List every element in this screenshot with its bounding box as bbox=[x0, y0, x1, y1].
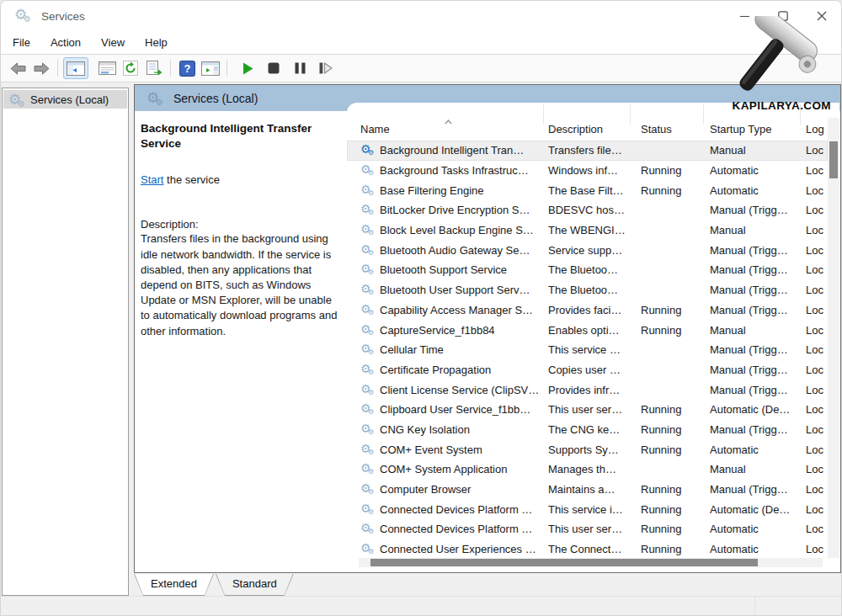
table-row[interactable]: ⚙⚙ Bluetooth Support Service The Bluetoo… bbox=[347, 260, 828, 280]
cell-startup-type: Automatic (De… bbox=[703, 503, 800, 516]
service-name: Block Level Backup Engine S… bbox=[380, 224, 534, 236]
vertical-scrollbar-thumb[interactable] bbox=[829, 141, 838, 178]
console-tree-icon bbox=[67, 61, 85, 76]
cell-log-on-as: Loc bbox=[800, 304, 828, 316]
cell-startup-type: Manual bbox=[703, 144, 800, 157]
tab-extended[interactable]: Extended bbox=[134, 574, 214, 596]
table-row[interactable]: ⚙⚙ COM+ Event System Supports Sy… Runnin… bbox=[347, 439, 828, 459]
service-gear-icon: ⚙⚙ bbox=[360, 542, 376, 556]
forward-button[interactable] bbox=[30, 57, 52, 79]
column-header-name[interactable]: Name bbox=[360, 123, 543, 135]
table-row[interactable]: ⚙⚙ Cellular Time This service … Manual (… bbox=[347, 340, 828, 360]
table-row[interactable]: ⚙⚙ Base Filtering Engine The Base Filt… … bbox=[347, 180, 828, 200]
tab-standard[interactable]: Standard bbox=[216, 574, 294, 596]
show-action-pane-button[interactable] bbox=[200, 57, 221, 79]
column-header-description[interactable]: Description bbox=[543, 123, 630, 135]
column-header-startup-type[interactable]: Startup Type bbox=[703, 123, 800, 135]
column-divider[interactable] bbox=[543, 104, 544, 125]
table-row[interactable]: ⚙⚙ Client License Service (ClipSV… Provi… bbox=[347, 380, 828, 400]
action-pane-icon bbox=[201, 61, 220, 76]
horizontal-scrollbar-thumb[interactable] bbox=[370, 559, 758, 566]
cell-name: ⚙⚙ Cellular Time bbox=[360, 343, 543, 357]
maximize-button[interactable] bbox=[764, 1, 802, 31]
column-divider[interactable] bbox=[703, 104, 704, 125]
tree-item-services-local[interactable]: ⚙ ⚙ Services (Local) bbox=[3, 90, 127, 109]
menu-action[interactable]: Action bbox=[51, 36, 81, 49]
close-button[interactable] bbox=[802, 1, 841, 31]
cell-name: ⚙⚙ Base Filtering Engine bbox=[360, 183, 543, 198]
service-name: Cellular Time bbox=[380, 343, 444, 356]
menu-file[interactable]: File bbox=[13, 36, 30, 49]
cell-log-on-as: Loc bbox=[800, 384, 828, 396]
table-row[interactable]: ⚙⚙ Background Intelligent Tran… Transfer… bbox=[347, 141, 828, 161]
cell-log-on-as: Loc bbox=[800, 523, 828, 535]
cell-status: Running bbox=[630, 324, 703, 337]
table-row[interactable]: ⚙⚙ CaptureService_f1bb84 Enables opti… R… bbox=[347, 320, 828, 340]
table-row[interactable]: ⚙⚙ Connected User Experiences … The Conn… bbox=[347, 539, 828, 560]
table-row[interactable]: ⚙⚙ Certificate Propagation Copies user …… bbox=[347, 360, 828, 380]
cell-description: The Bluetoo… bbox=[543, 263, 630, 276]
horizontal-scrollbar[interactable] bbox=[359, 558, 823, 567]
services-app-icon: ⚙ ⚙ bbox=[14, 7, 35, 25]
cell-name: ⚙⚙ Background Tasks Infrastruc… bbox=[360, 163, 543, 178]
cell-log-on-as: Loc bbox=[800, 443, 828, 456]
back-button[interactable] bbox=[7, 57, 29, 79]
export-list-button[interactable] bbox=[143, 57, 165, 79]
start-service-button[interactable] bbox=[237, 57, 258, 79]
selected-service-title: Background Intelligent Transfer Service bbox=[141, 121, 338, 151]
start-service-link[interactable]: Start bbox=[141, 173, 163, 186]
menu-view[interactable]: View bbox=[101, 36, 125, 49]
stop-service-button[interactable] bbox=[263, 57, 285, 79]
column-divider[interactable] bbox=[630, 104, 631, 125]
cell-description: Supports Sy… bbox=[543, 443, 630, 456]
cell-description: This user ser… bbox=[543, 523, 630, 535]
menu-help[interactable]: Help bbox=[145, 36, 168, 49]
table-row[interactable]: ⚙⚙ Background Tasks Infrastruc… Windows … bbox=[347, 161, 828, 181]
minimize-button[interactable] bbox=[725, 1, 764, 31]
cell-status: Running bbox=[630, 423, 703, 436]
vertical-scrollbar[interactable] bbox=[828, 118, 839, 558]
cell-name: ⚙⚙ Block Level Backup Engine S… bbox=[360, 223, 543, 237]
cell-startup-type: Manual (Trigg… bbox=[703, 263, 800, 276]
toolbar: ? bbox=[1, 55, 841, 82]
pause-service-button[interactable] bbox=[289, 57, 311, 79]
table-row[interactable]: ⚙⚙ Connected Devices Platform … This ser… bbox=[347, 499, 828, 519]
service-name: Clipboard User Service_f1bb… bbox=[380, 403, 530, 416]
service-name: Bluetooth Audio Gateway Se… bbox=[380, 244, 530, 257]
service-name: COM+ System Application bbox=[380, 463, 507, 475]
svg-text:?: ? bbox=[184, 62, 190, 75]
table-row[interactable]: ⚙⚙ CNG Key Isolation The CNG ke… Running… bbox=[347, 420, 828, 440]
cell-description: The Base Filt… bbox=[543, 184, 630, 197]
table-row[interactable]: ⚙⚙ Block Level Backup Engine S… The WBEN… bbox=[347, 220, 828, 241]
table-row[interactable]: ⚙⚙ Capability Access Manager S… Provides… bbox=[347, 300, 828, 321]
table-row[interactable]: ⚙⚙ Connected Devices Platform … This use… bbox=[347, 519, 828, 539]
service-name: Client License Service (ClipSV… bbox=[380, 384, 539, 396]
cell-log-on-as: Loc bbox=[800, 543, 828, 555]
service-gear-icon: ⚙⚙ bbox=[360, 263, 376, 277]
start-service-line: Start the service bbox=[141, 173, 338, 186]
column-header-status[interactable]: Status bbox=[630, 123, 703, 135]
cell-description: This service … bbox=[543, 343, 630, 356]
cell-startup-type: Automatic bbox=[703, 443, 800, 456]
table-row[interactable]: ⚙⚙ Bluetooth User Support Serv… The Blue… bbox=[347, 280, 828, 300]
help-button[interactable]: ? bbox=[176, 57, 198, 79]
refresh-button[interactable] bbox=[120, 57, 141, 79]
cell-log-on-as: Loc bbox=[800, 503, 828, 516]
cell-name: ⚙⚙ Background Intelligent Tran… bbox=[360, 143, 543, 157]
properties-button[interactable] bbox=[96, 57, 118, 79]
service-gear-icon: ⚙⚙ bbox=[360, 203, 376, 217]
table-row[interactable]: ⚙⚙ Computer Browser Maintains a… Running… bbox=[347, 480, 828, 500]
cell-description: Manages th… bbox=[543, 463, 630, 475]
table-row[interactable]: ⚙⚙ BitLocker Drive Encryption S… BDESVC … bbox=[347, 200, 828, 220]
cell-status: Running bbox=[630, 503, 703, 516]
table-row[interactable]: ⚙⚙ Clipboard User Service_f1bb… This use… bbox=[347, 400, 828, 420]
restart-service-button[interactable] bbox=[315, 57, 337, 79]
table-row[interactable]: ⚙⚙ Bluetooth Audio Gateway Se… Service s… bbox=[347, 240, 828, 260]
service-gear-icon: ⚙⚙ bbox=[360, 343, 376, 357]
toolbar-separator bbox=[226, 60, 227, 77]
service-gear-icon: ⚙⚙ bbox=[360, 482, 376, 497]
cell-name: ⚙⚙ Connected Devices Platform … bbox=[360, 522, 543, 536]
show-console-tree-button[interactable] bbox=[63, 57, 88, 79]
column-header-log-on-as[interactable]: Log bbox=[800, 123, 828, 135]
table-row[interactable]: ⚙⚙ COM+ System Application Manages th… M… bbox=[347, 459, 828, 480]
